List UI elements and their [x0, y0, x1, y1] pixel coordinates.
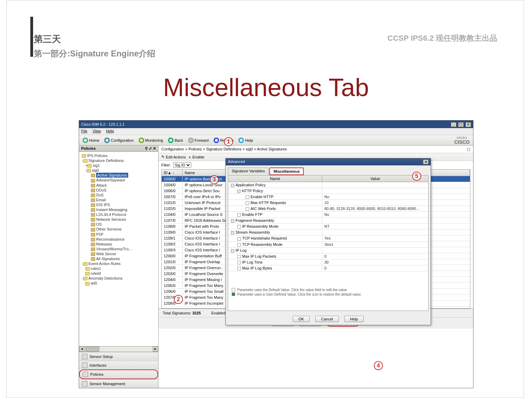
dialog-help-button[interactable]: Help	[344, 316, 364, 322]
help-button[interactable]: Help	[237, 137, 254, 144]
tree-node[interactable]: All Signatures	[80, 256, 157, 261]
property-row[interactable]: -Fragment Reassembly	[228, 218, 428, 224]
property-row[interactable]: IP Log Time30	[228, 259, 428, 265]
cancel-button[interactable]: Cancel	[315, 316, 339, 322]
header-subtitle: 第一部分:Signature Engine介绍	[34, 48, 155, 59]
minimize-button[interactable]: _	[451, 122, 456, 127]
sidebar-controls[interactable]: ⚲ ⤢ ✕	[145, 146, 156, 151]
tree-node[interactable]: Other Services	[80, 227, 157, 232]
edit-actions-label: Edit Actions	[166, 155, 186, 159]
logo-text: CISCO	[454, 140, 470, 145]
tree-node[interactable]: rules1	[80, 266, 157, 271]
ok-button[interactable]: OK	[293, 316, 310, 322]
tree-node[interactable]: DDoS	[80, 188, 157, 193]
monitoring-button[interactable]: Monitoring	[137, 137, 164, 144]
tree-node[interactable]: Active Signatures	[80, 173, 157, 178]
tree-node[interactable]: Instant Messaging	[80, 207, 157, 212]
property-row[interactable]: TCP Handshake RequiredYes	[228, 235, 428, 241]
dialog-titlebar: Advanced✕	[226, 158, 431, 165]
tree-node[interactable]: IOS IPS	[80, 202, 157, 207]
configuration-button[interactable]: Configuration	[103, 137, 135, 144]
tree-node[interactable]: Web Server	[80, 251, 157, 256]
filter-select[interactable]: Sig ID	[173, 162, 191, 168]
tree-node[interactable]: P2P	[80, 232, 157, 237]
dialog-close-button[interactable]: ✕	[423, 159, 429, 164]
maximize-button[interactable]: ▢	[458, 122, 464, 127]
menu-help[interactable]: Help	[106, 129, 114, 133]
accent-bar	[30, 17, 33, 57]
detach-icon[interactable]: ▢	[467, 147, 470, 151]
window-title: Cisco IDM 6.2 - 123.1.1.1	[81, 120, 125, 128]
tree-hscroll[interactable]: ◄►	[79, 346, 158, 352]
tree-node[interactable]: Email	[80, 197, 157, 202]
slide-title: Miscellaneous Tab	[0, 73, 532, 102]
tree-node[interactable]: Viruses/Worms/Tro…	[80, 247, 157, 251]
home-label: Home	[89, 138, 99, 142]
back-icon	[168, 138, 174, 143]
tree-node[interactable]: Reconnaissance	[80, 237, 157, 242]
tree-node[interactable]: Network Services	[80, 217, 157, 222]
property-row[interactable]: -HTTP Policy	[228, 188, 428, 194]
scroll-right-button[interactable]: ►	[153, 346, 158, 352]
property-row[interactable]: -IP Log	[228, 248, 428, 253]
tree-node[interactable]: OS	[80, 222, 157, 227]
property-row[interactable]: Max IP Log Bytes0	[228, 265, 428, 271]
back-button[interactable]: Back	[167, 137, 184, 144]
dialog-body: NameValue -Application Policy-HTTP Polic…	[228, 175, 429, 311]
breadcrumb: Configuration > Policies > Signature Def…	[161, 147, 287, 151]
tab-signature-variables[interactable]: Signature Variables	[228, 167, 269, 175]
sidebar-nav-interfaces[interactable]: Interfaces	[79, 361, 158, 369]
property-row[interactable]: -Application Policy	[228, 182, 428, 188]
enable-button[interactable]: ● Enable	[188, 155, 204, 159]
tree-node[interactable]: -Event Action Rules	[80, 261, 157, 266]
property-row[interactable]: AIC Web Ports80-80, 3128-3128, 8000-8000…	[228, 206, 428, 212]
home-button[interactable]: Home	[81, 137, 101, 144]
property-row[interactable]: Max IP Log Packets0	[228, 253, 428, 259]
tree-node[interactable]: IPS Policies	[80, 153, 157, 158]
scroll-thumb[interactable]	[85, 346, 99, 352]
menu-view[interactable]: View	[93, 129, 101, 133]
tree-node[interactable]: -Anomaly Detections	[80, 276, 157, 281]
monitoring-label: Monitoring	[145, 138, 163, 142]
annotation-3: 3	[210, 175, 219, 184]
property-row[interactable]: IP Reassembly ModeNT	[228, 224, 428, 229]
tree-node[interactable]: -sig0	[80, 168, 157, 173]
sidebar-nav-policies[interactable]: Policies	[79, 369, 158, 379]
scroll-left-button[interactable]: ◄	[79, 346, 85, 352]
prop-col-name: Name	[228, 175, 322, 182]
forward-label: Forward	[195, 138, 209, 142]
monitoring-icon	[139, 138, 144, 143]
tree-node[interactable]: -Signature Definitions	[80, 158, 157, 163]
menu-file[interactable]: File	[81, 129, 87, 133]
sidebar-nav-sensor-management[interactable]: Sensor Management	[79, 379, 158, 388]
dialog-legend: Parameter uses the Default Value. Click …	[228, 285, 428, 299]
close-button[interactable]: ✕	[465, 122, 471, 127]
annotation-1: 1	[224, 137, 233, 146]
tab-miscellaneous[interactable]: Miscellaneous	[269, 167, 304, 175]
col-id[interactable]: ID▲ ↓	[162, 170, 183, 176]
tree-node[interactable]: Adware/Spyware	[80, 178, 157, 182]
property-grid[interactable]: -Application Policy-HTTP PolicyEnable HT…	[228, 182, 428, 271]
tree-node[interactable]: ad0	[80, 281, 157, 286]
sidebar-nav-sensor-setup[interactable]: Sensor Setup	[79, 352, 158, 361]
property-row[interactable]: Enable FTPNo	[228, 212, 428, 218]
logo-bars-icon: ıılıılıı	[454, 136, 470, 140]
policies-tree[interactable]: IPS Policies-Signature Definitions+sig1-…	[79, 152, 158, 346]
help-icon	[238, 138, 244, 143]
property-row[interactable]: -Stream Reassembly	[228, 229, 428, 235]
property-row[interactable]: Enable HTTPNo	[228, 194, 428, 200]
tree-node[interactable]: rules0	[80, 271, 157, 276]
tree-node[interactable]: DoS	[80, 193, 157, 197]
edit-actions-button[interactable]: ✎ Edit Actions	[161, 155, 186, 159]
tree-node[interactable]: Releases	[80, 242, 157, 247]
back-label: Back	[175, 138, 183, 142]
property-row[interactable]: TCP Reassembly ModeStrict	[228, 242, 428, 248]
annotation-4: 4	[374, 361, 383, 370]
tree-node[interactable]: Attack	[80, 183, 157, 188]
tree-node[interactable]: L2/L3/L4 Protocol	[80, 212, 157, 217]
forward-button[interactable]: Forward	[187, 137, 210, 144]
legend-default-text: Parameter uses the Default Value. Click …	[237, 288, 348, 292]
tree-node[interactable]: +sig1	[80, 163, 157, 168]
dialog-buttons: OK Cancel Help	[226, 313, 431, 325]
property-row[interactable]: Max HTTP Requests10	[228, 200, 428, 206]
